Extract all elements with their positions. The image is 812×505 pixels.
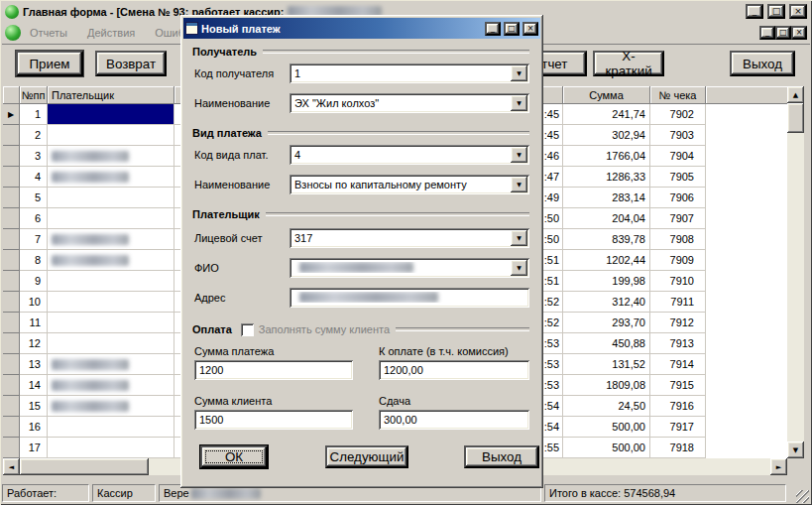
scroll-down-icon[interactable]: ▼ <box>787 442 804 458</box>
cell-sum: 302,94 <box>563 125 650 146</box>
cell-check: 7912 <box>650 313 706 333</box>
dialog-minimize-button[interactable]: _ <box>485 22 501 36</box>
group-payment: Оплата Заполнять сумму клиента <box>192 322 529 336</box>
minimize-button[interactable]: _ <box>746 4 763 19</box>
change-input[interactable]: 300,00 <box>379 410 529 430</box>
to-pay-label: К оплате (в т.ч. комиссия) <box>379 344 509 358</box>
dialog-exit-button[interactable]: Выход <box>464 445 539 468</box>
recipient-code-label: Код получателя <box>194 67 290 79</box>
vertical-scrollbar-thumb[interactable] <box>787 103 804 133</box>
header-check[interactable]: № чека <box>650 86 706 104</box>
payer-address-input[interactable] <box>290 288 529 308</box>
receive-button[interactable]: Прием <box>16 51 83 76</box>
cell-npp: 9 <box>20 271 48 292</box>
cell-payer <box>48 292 174 313</box>
cell-check: 7913 <box>650 333 706 354</box>
cell-npp: 3 <box>20 146 48 167</box>
menu-item-1[interactable]: Действия <box>87 27 135 39</box>
new-payment-dialog: Новый платеж _ □ × Получатель Код получа… <box>180 15 543 488</box>
refund-button[interactable]: Возврат <box>95 51 167 76</box>
row-indicator <box>3 292 20 313</box>
dialog-maximize-button[interactable]: □ <box>504 22 520 36</box>
restore-button[interactable]: □ <box>767 4 785 19</box>
redacted-payer-name <box>52 151 129 162</box>
dialog-title: Новый платеж <box>201 23 281 35</box>
dropdown-button[interactable]: ▼ <box>511 95 527 111</box>
dropdown-button[interactable]: ▼ <box>511 260 527 276</box>
dropdown-button[interactable]: ▼ <box>511 65 527 81</box>
mdi-minimize-button[interactable]: _ <box>759 26 775 40</box>
payer-account-value: 317 <box>290 232 511 244</box>
cell-payer <box>48 438 174 458</box>
chevron-down-icon: ▼ <box>517 151 522 158</box>
dropdown-button[interactable]: ▼ <box>511 147 527 163</box>
chevron-down-icon: ▼ <box>517 181 522 188</box>
horizontal-scrollbar-thumb[interactable] <box>20 458 149 475</box>
payer-fio-row: ФИО ▼ <box>194 257 529 278</box>
chevron-down-icon: ▼ <box>517 264 522 271</box>
menu-item-0[interactable]: Отчеты <box>30 27 67 39</box>
resize-grip[interactable] <box>796 490 809 503</box>
cell-npp: 4 <box>20 167 48 188</box>
fill-client-sum-checkbox[interactable] <box>241 323 254 336</box>
header-payer[interactable]: Плательщик <box>48 86 174 104</box>
to-pay-input[interactable]: 1200,00 <box>379 360 529 380</box>
to-pay-value: 1200,00 <box>384 364 423 376</box>
recipient-code-value: 1 <box>290 67 511 79</box>
change-value: 300,00 <box>384 414 417 426</box>
payment-type-name-value: Взносы по капитальному ремонту <box>290 179 511 190</box>
header-npp[interactable]: №пп <box>20 86 48 104</box>
amount-input[interactable]: 1200 <box>194 360 353 380</box>
cell-filler <box>706 396 787 417</box>
recipient-code-row: Код получателя 1 ▼ <box>194 63 529 83</box>
group-payer: Плательщик <box>192 207 529 221</box>
cell-npp: 1 <box>20 104 48 125</box>
header-sum[interactable]: Сумма <box>563 86 650 104</box>
cell-sum: 312,40 <box>563 292 650 313</box>
recipient-name-label: Наименование <box>194 97 290 109</box>
recipient-name-combo[interactable]: ЭХ "Жил колхоз" ▼ <box>290 93 529 113</box>
group-payer-title: Плательщик <box>192 208 260 220</box>
divider <box>266 212 529 216</box>
client-sum-input[interactable]: 1500 <box>194 410 353 430</box>
cell-payer <box>48 104 174 125</box>
group-payment-type: Вид платежа <box>192 126 529 140</box>
dropdown-button[interactable]: ▼ <box>511 230 527 246</box>
dialog-icon <box>185 22 198 35</box>
app-icon <box>5 5 19 19</box>
dropdown-button[interactable]: ▼ <box>511 177 527 192</box>
exit-button[interactable]: Выход <box>730 51 795 76</box>
cell-sum: 283,14 <box>563 188 650 208</box>
x-brief-button[interactable]: Х-краткий <box>593 51 664 76</box>
cell-payer <box>48 396 174 417</box>
close-button[interactable]: × <box>789 4 807 19</box>
row-indicator <box>3 417 20 438</box>
vertical-scrollbar[interactable]: ▲ ▼ <box>787 86 804 458</box>
cell-sum: 24,50 <box>563 396 650 417</box>
cell-payer <box>48 375 174 396</box>
redacted-payer-name <box>52 172 129 183</box>
payment-type-code-combo[interactable]: 4 ▼ <box>290 145 529 165</box>
ok-button[interactable]: ОК <box>200 445 268 468</box>
mdi-restore-button[interactable]: □ <box>775 26 791 40</box>
payer-account-combo[interactable]: 317 ▼ <box>290 228 529 248</box>
cell-check: 7916 <box>650 396 706 417</box>
scroll-left-icon[interactable]: ◄ <box>3 458 20 475</box>
scroll-up-icon[interactable]: ▲ <box>787 86 804 103</box>
row-indicator <box>3 396 20 417</box>
mdi-close-button[interactable]: × <box>791 26 807 40</box>
cell-npp: 11 <box>20 313 48 333</box>
scroll-right-icon[interactable]: ► <box>770 458 787 475</box>
cell-npp: 13 <box>20 354 48 375</box>
recipient-code-combo[interactable]: 1 ▼ <box>290 63 529 83</box>
cell-payer <box>48 313 174 333</box>
payment-type-name-combo[interactable]: Взносы по капитальному ремонту ▼ <box>290 175 529 194</box>
cell-payer <box>48 125 174 146</box>
payer-fio-combo[interactable]: ▼ <box>290 258 529 278</box>
cell-filler <box>706 333 787 354</box>
row-indicator <box>3 333 20 354</box>
cell-npp: 16 <box>20 417 48 438</box>
dialog-close-button[interactable]: × <box>522 22 538 36</box>
next-button[interactable]: Следующий <box>325 445 408 468</box>
cell-npp: 5 <box>20 188 48 208</box>
